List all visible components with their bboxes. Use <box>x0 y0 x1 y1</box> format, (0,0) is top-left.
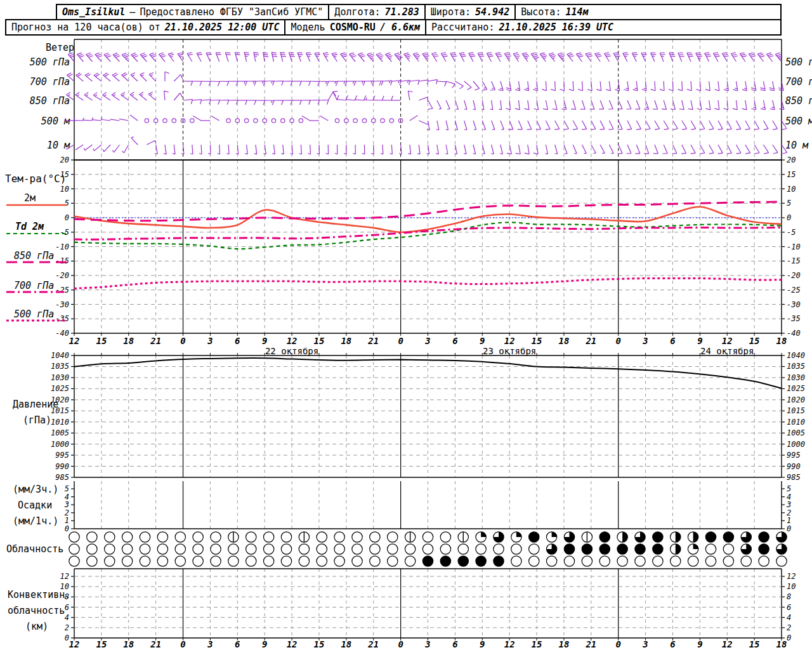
svg-text:20: 20 <box>60 156 69 164</box>
svg-text:15: 15 <box>60 170 69 179</box>
svg-text:-10: -10 <box>787 242 801 251</box>
svg-text:15: 15 <box>96 336 107 346</box>
svg-text:9: 9 <box>697 639 702 649</box>
svg-text:3: 3 <box>424 639 430 649</box>
svg-text:5: 5 <box>65 199 69 208</box>
svg-text:1040: 1040 <box>787 351 805 360</box>
svg-text:2: 2 <box>787 623 791 632</box>
svg-text:18: 18 <box>341 336 351 346</box>
svg-text:18: 18 <box>776 639 787 649</box>
svg-text:15: 15 <box>96 639 107 649</box>
svg-text:990: 990 <box>55 462 69 471</box>
meteogram-chart: 2020151510105500-5-5-10-10-15-15-20-20-2… <box>0 0 812 650</box>
meteogram-screen: Oms_Isilkul — Предоставлено ФГБУ "ЗапСиб… <box>0 0 812 650</box>
svg-text:8: 8 <box>787 592 791 601</box>
svg-text:18: 18 <box>776 336 787 346</box>
svg-text:6: 6 <box>235 336 240 346</box>
svg-text:1020: 1020 <box>787 395 805 404</box>
svg-text:1020: 1020 <box>51 395 69 404</box>
svg-text:1015: 1015 <box>787 406 805 415</box>
svg-text:990: 990 <box>787 462 801 471</box>
svg-text:3: 3 <box>207 639 213 649</box>
svg-text:0: 0 <box>65 213 69 222</box>
svg-text:3: 3 <box>207 336 213 346</box>
svg-text:12: 12 <box>69 336 80 346</box>
svg-text:1035: 1035 <box>51 362 69 371</box>
svg-text:-30: -30 <box>787 300 801 309</box>
svg-text:18: 18 <box>558 639 569 649</box>
svg-text:12: 12 <box>787 572 796 581</box>
svg-text:1005: 1005 <box>51 428 69 437</box>
svg-text:0: 0 <box>787 524 791 533</box>
svg-text:1010: 1010 <box>787 418 805 427</box>
svg-text:1030: 1030 <box>51 373 69 382</box>
svg-text:0: 0 <box>787 213 791 222</box>
svg-text:6: 6 <box>670 639 675 649</box>
svg-text:1030: 1030 <box>787 373 805 382</box>
svg-text:0: 0 <box>615 639 620 649</box>
svg-text:12: 12 <box>60 572 69 581</box>
svg-text:15: 15 <box>787 170 796 179</box>
svg-text:6: 6 <box>670 336 675 346</box>
svg-text:-5: -5 <box>60 228 69 237</box>
svg-text:1035: 1035 <box>787 362 805 371</box>
svg-text:-25: -25 <box>55 286 69 295</box>
svg-text:0: 0 <box>180 639 185 649</box>
svg-text:1040: 1040 <box>51 351 69 360</box>
svg-text:0: 0 <box>180 336 185 346</box>
svg-text:15: 15 <box>314 336 325 346</box>
svg-text:985: 985 <box>787 473 801 482</box>
svg-text:9: 9 <box>262 639 267 649</box>
svg-text:9: 9 <box>480 639 485 649</box>
svg-text:10: 10 <box>787 582 796 591</box>
svg-text:0: 0 <box>398 336 403 346</box>
svg-text:10: 10 <box>787 185 796 194</box>
svg-text:995: 995 <box>787 451 801 460</box>
svg-text:15: 15 <box>532 639 542 649</box>
svg-text:15: 15 <box>314 639 325 649</box>
svg-text:1005: 1005 <box>787 428 805 437</box>
svg-text:4: 4 <box>65 613 69 622</box>
svg-text:21: 21 <box>585 639 596 649</box>
svg-text:5: 5 <box>787 199 791 208</box>
svg-text:1000: 1000 <box>51 440 69 449</box>
svg-text:-30: -30 <box>55 300 69 309</box>
svg-text:1025: 1025 <box>51 384 69 393</box>
svg-text:21: 21 <box>367 336 379 346</box>
svg-text:985: 985 <box>55 473 69 482</box>
svg-text:15: 15 <box>749 336 760 346</box>
svg-text:6: 6 <box>452 639 457 649</box>
svg-text:9: 9 <box>262 336 267 346</box>
svg-text:6: 6 <box>452 336 457 346</box>
svg-text:1015: 1015 <box>51 406 69 415</box>
svg-text:18: 18 <box>341 639 351 649</box>
svg-text:12: 12 <box>722 639 733 649</box>
svg-text:21: 21 <box>585 336 596 346</box>
svg-text:12: 12 <box>287 336 298 346</box>
svg-text:24 октября: 24 октября <box>700 346 754 356</box>
svg-text:3: 3 <box>424 336 430 346</box>
svg-text:8: 8 <box>65 592 69 601</box>
svg-text:3: 3 <box>642 336 648 346</box>
svg-text:0: 0 <box>787 633 791 642</box>
svg-text:3: 3 <box>642 639 648 649</box>
svg-text:-25: -25 <box>787 286 801 295</box>
svg-text:22 октября: 22 октября <box>265 346 318 356</box>
svg-text:6: 6 <box>235 639 240 649</box>
svg-text:-15: -15 <box>55 256 69 265</box>
svg-text:-20: -20 <box>787 271 801 280</box>
svg-text:-5: -5 <box>787 228 796 237</box>
svg-text:20: 20 <box>787 156 796 164</box>
svg-text:1010: 1010 <box>51 418 69 427</box>
svg-text:-40: -40 <box>55 329 69 338</box>
svg-text:15: 15 <box>532 336 542 346</box>
svg-text:-40: -40 <box>787 329 801 338</box>
svg-text:-10: -10 <box>55 242 69 251</box>
svg-text:6: 6 <box>65 603 69 612</box>
svg-text:18: 18 <box>558 336 569 346</box>
svg-text:2: 2 <box>65 623 69 632</box>
svg-text:-20: -20 <box>55 271 69 280</box>
svg-text:12: 12 <box>69 639 80 649</box>
svg-text:0: 0 <box>615 336 620 346</box>
svg-text:15: 15 <box>749 639 760 649</box>
